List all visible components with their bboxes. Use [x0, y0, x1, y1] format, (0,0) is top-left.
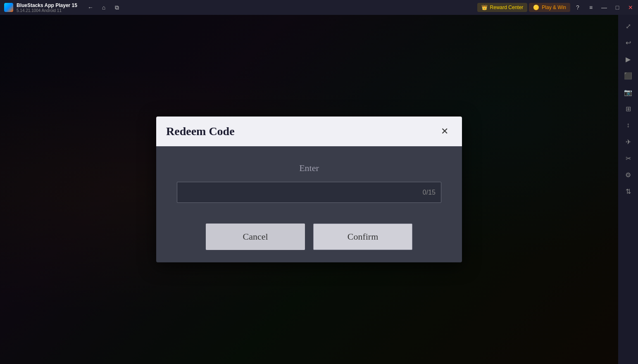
minimize-button[interactable]: — [598, 2, 610, 13]
nav-buttons: ← ⌂ ⧉ [81, 2, 126, 13]
close-button[interactable]: ✕ [625, 2, 636, 13]
maximize-button[interactable]: □ [612, 2, 623, 13]
modal-buttons: Cancel Confirm [177, 224, 441, 250]
reward-center-button[interactable]: 👑 Reward Center [477, 3, 528, 12]
crown-icon: 👑 [481, 5, 488, 10]
modal-overlay: Redeem Code ✕ Enter 0/15 Cancel Confirm [0, 15, 618, 364]
redeem-code-input[interactable] [177, 182, 441, 203]
location-sidebar-button[interactable]: ✈ [620, 134, 636, 150]
right-sidebar: ⤢ ↩ ▶ ⬛ 📷 ⊞ ↕ ✈ ✂ ⚙ ⇅ [618, 15, 638, 364]
macro-sidebar-button[interactable]: ✂ [620, 150, 636, 166]
enter-label: Enter [177, 163, 441, 174]
reward-center-label: Reward Center [490, 5, 524, 10]
play-win-label: Play & Win [542, 5, 566, 10]
app-info: BlueStacks App Player 15 5.14.21.1004 An… [17, 2, 77, 13]
app-version: 5.14.21.1004 Android 11 [17, 8, 77, 13]
multiinstance-sidebar-button[interactable]: ⊞ [620, 101, 636, 117]
main-area: Redeem Code ✕ Enter 0/15 Cancel Confirm [0, 15, 618, 364]
redeem-code-modal: Redeem Code ✕ Enter 0/15 Cancel Confirm [156, 117, 462, 262]
titlebar: BlueStacks App Player 15 5.14.21.1004 An… [0, 0, 638, 15]
play-win-button[interactable]: 🟡 Play & Win [529, 3, 570, 12]
screenshot-sidebar-button[interactable]: 📷 [620, 84, 636, 100]
modal-close-button[interactable]: ✕ [437, 124, 452, 139]
help-button[interactable]: ? [572, 2, 583, 13]
bluestacks-logo-icon [4, 3, 13, 12]
resize-sidebar-button[interactable]: ↕ [620, 117, 636, 133]
overview-nav-button[interactable]: ⧉ [111, 2, 123, 13]
coin-icon: 🟡 [533, 5, 539, 10]
app-name: BlueStacks App Player 15 [17, 2, 77, 8]
menu-button[interactable]: ≡ [585, 2, 597, 13]
cancel-button[interactable]: Cancel [206, 224, 305, 250]
back-nav-button[interactable]: ← [85, 2, 96, 13]
home-nav-button[interactable]: ⌂ [98, 2, 110, 13]
scroll-sidebar-button[interactable]: ⇅ [620, 183, 636, 199]
modal-title: Redeem Code [166, 125, 235, 138]
confirm-button[interactable]: Confirm [313, 224, 412, 250]
fullscreen-sidebar-button[interactable]: ⤢ [620, 18, 636, 34]
titlebar-right-area: 👑 Reward Center 🟡 Play & Win ? ≡ — □ ✕ [477, 2, 638, 13]
modal-body: Enter 0/15 Cancel Confirm [156, 146, 462, 262]
screen-sidebar-button[interactable]: ⬛ [620, 68, 636, 83]
play-sidebar-button[interactable]: ▶ [620, 51, 636, 67]
app-logo-area: BlueStacks App Player 15 5.14.21.1004 An… [0, 2, 81, 13]
code-input-wrapper: 0/15 [177, 182, 441, 203]
settings-sidebar-button[interactable]: ⚙ [620, 167, 636, 183]
modal-header: Redeem Code ✕ [156, 117, 462, 146]
rotate-sidebar-button[interactable]: ↩ [620, 35, 636, 50]
